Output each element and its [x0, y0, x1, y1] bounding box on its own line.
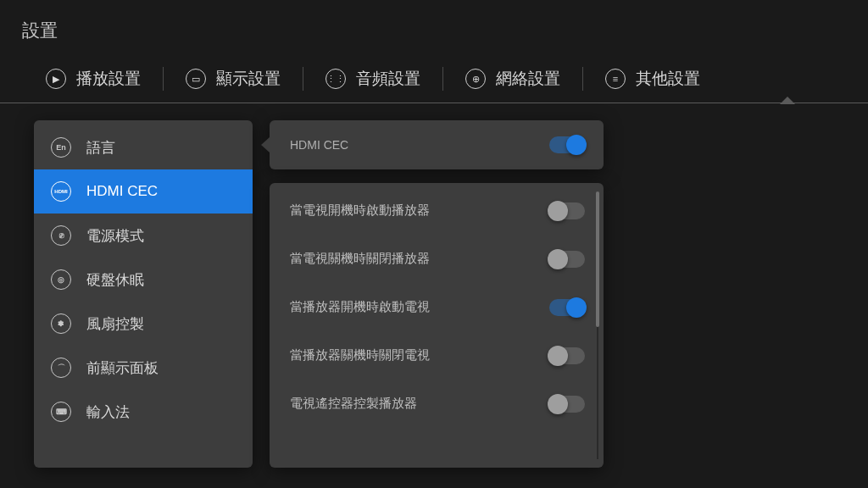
sidebar-item-front-panel[interactable]: ⌒ 前顯示面板	[34, 346, 253, 390]
keyboard-icon: ⌨	[51, 402, 71, 422]
globe-icon: ⊕	[465, 69, 486, 89]
option-tv-on-start-player[interactable]: 當電視開機時啟動播放器	[270, 186, 604, 235]
sidebar-item-label: 語言	[86, 138, 115, 158]
sidebar-item-hdd-sleep[interactable]: ◎ 硬盤休眠	[34, 258, 253, 302]
content-options-card: 當電視開機時啟動播放器 當電視關機時關閉播放器 當播放器開機時啟動電視 當播放器…	[270, 183, 604, 468]
option-label: 電視遙控器控製播放器	[290, 396, 417, 412]
tab-audio[interactable]: ⋮⋮ 音頻設置	[309, 63, 437, 95]
equalizer-icon: ⋮⋮	[326, 69, 346, 89]
content-header-label: HDMI CEC	[290, 138, 348, 152]
tab-label: 網絡設置	[496, 68, 560, 90]
sidebar-item-label: 前顯示面板	[86, 358, 159, 378]
language-icon: En	[51, 137, 71, 158]
hdd-sleep-icon: ◎	[51, 269, 71, 290]
option-player-off-stop-tv[interactable]: 當播放器關機時關閉電視	[270, 331, 604, 380]
option-toggle[interactable]	[549, 347, 585, 364]
content-header-card: HDMI CEC	[270, 120, 604, 169]
tab-label: 其他設置	[636, 68, 700, 90]
sidebar-item-label: 輸入法	[86, 402, 130, 422]
hdmi-cec-toggle[interactable]	[549, 136, 585, 153]
content-column: HDMI CEC 當電視開機時啟動播放器 當電視關機時關閉播放器 當播放器開機時…	[270, 120, 604, 468]
tab-label: 播放設置	[76, 68, 141, 90]
sidebar-item-language[interactable]: En 語言	[34, 125, 253, 169]
option-label: 當播放器開機時啟動電視	[290, 299, 430, 315]
tab-network[interactable]: ⊕ 網絡設置	[448, 63, 577, 95]
play-icon: ▶	[46, 69, 66, 89]
tab-label: 音頻設置	[356, 68, 420, 90]
option-tv-remote-control-player[interactable]: 電視遙控器控製播放器	[270, 380, 604, 428]
sidebar-item-label: 風扇控製	[86, 314, 144, 334]
list-icon: ≡	[605, 69, 626, 89]
tab-display[interactable]: ▭ 顯示設置	[169, 63, 298, 95]
tab-label: 顯示設置	[216, 68, 281, 90]
front-panel-icon: ⌒	[51, 358, 71, 378]
scrollbar-thumb[interactable]	[596, 191, 599, 327]
option-tv-off-stop-player[interactable]: 當電視關機時關閉播放器	[270, 235, 604, 283]
tab-playback[interactable]: ▶ 播放設置	[29, 63, 158, 95]
sidebar-item-hdmi-cec[interactable]: HDMI HDMI CEC	[34, 169, 253, 214]
page-title: 設置	[0, 0, 868, 42]
tab-separator	[163, 67, 164, 91]
option-toggle[interactable]	[549, 299, 585, 316]
tab-other[interactable]: ≡ 其他設置	[588, 63, 717, 95]
sidebar-item-label: 電源模式	[86, 226, 144, 246]
hdmi-cec-icon: HDMI	[51, 181, 71, 202]
option-toggle[interactable]	[549, 396, 585, 413]
content-header: HDMI CEC	[270, 120, 604, 169]
tab-separator	[582, 67, 583, 91]
main-area: En 語言 HDMI HDMI CEC ⎚ 電源模式 ◎ 硬盤休眠 ✽ 風扇控製…	[0, 103, 868, 468]
active-tab-indicator	[780, 97, 795, 104]
top-tabs: ▶ 播放設置 ▭ 顯示設置 ⋮⋮ 音頻設置 ⊕ 網絡設置 ≡ 其他設置	[0, 54, 868, 103]
fan-icon: ✽	[51, 313, 71, 334]
sidebar-item-input[interactable]: ⌨ 輸入法	[34, 390, 253, 434]
option-label: 當電視開機時啟動播放器	[290, 202, 430, 219]
sidebar-item-power-mode[interactable]: ⎚ 電源模式	[34, 214, 253, 258]
content-options-body: 當電視開機時啟動播放器 當電視關機時關閉播放器 當播放器開機時啟動電視 當播放器…	[270, 183, 604, 468]
sidebar-item-fan[interactable]: ✽ 風扇控製	[34, 302, 253, 346]
option-toggle[interactable]	[549, 251, 585, 268]
monitor-icon: ▭	[186, 69, 206, 89]
option-label: 當電視關機時關閉播放器	[290, 251, 430, 267]
option-toggle[interactable]	[549, 202, 585, 219]
option-label: 當播放器關機時關閉電視	[290, 347, 430, 363]
power-mode-icon: ⎚	[51, 225, 71, 246]
sidebar-item-label: HDMI CEC	[86, 183, 158, 200]
sidebar: En 語言 HDMI HDMI CEC ⎚ 電源模式 ◎ 硬盤休眠 ✽ 風扇控製…	[34, 120, 253, 468]
tab-separator	[303, 67, 303, 91]
option-player-on-start-tv[interactable]: 當播放器開機時啟動電視	[270, 283, 604, 331]
sidebar-item-label: 硬盤休眠	[86, 270, 144, 290]
tab-separator	[442, 67, 443, 91]
